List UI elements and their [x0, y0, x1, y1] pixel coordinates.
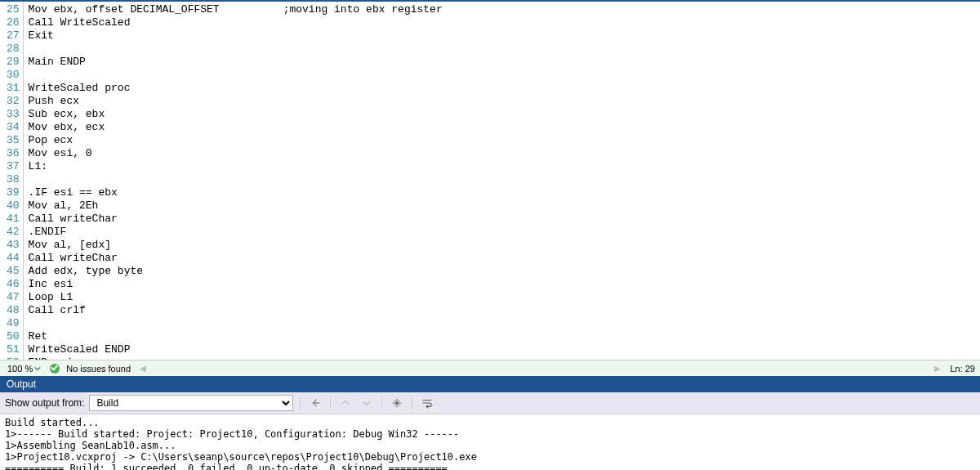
line-number: 29 — [7, 56, 20, 69]
code-line[interactable]: Main ENDP — [29, 56, 980, 69]
output-panel-header[interactable]: Output — [0, 376, 980, 392]
find-message-button[interactable] — [307, 396, 323, 410]
line-number: 42 — [7, 226, 20, 239]
word-wrap-icon — [421, 397, 433, 409]
code-line[interactable] — [29, 43, 980, 56]
code-line[interactable]: Mov ebx, offset DECIMAL_OFFSET ;moving i… — [29, 3, 980, 16]
toggle-word-wrap-button[interactable] — [419, 396, 435, 410]
line-number: 30 — [7, 69, 20, 82]
toolbar-separator — [330, 396, 331, 410]
prev-message-button[interactable] — [337, 396, 354, 410]
toolbar-separator — [381, 396, 382, 410]
code-line[interactable]: .ENDIF — [29, 226, 980, 239]
cursor-line-info: Ln: 29 — [950, 364, 975, 374]
chevron-down-icon — [34, 365, 41, 372]
show-output-from-label: Show output from: — [5, 397, 84, 409]
scroll-right-hint: ▶ — [932, 364, 943, 373]
next-message-button[interactable] — [359, 396, 375, 410]
code-editor[interactable]: 2526272829303132333435363738394041424344… — [0, 0, 980, 360]
code-line[interactable]: Mov al, [edx] — [29, 239, 980, 252]
line-number: 45 — [7, 265, 20, 278]
line-number: 35 — [7, 134, 20, 147]
line-number: 38 — [7, 173, 20, 186]
line-number-gutter: 2526272829303132333435363738394041424344… — [0, 2, 24, 360]
arrow-up-icon — [340, 397, 351, 409]
code-line[interactable]: L1: — [29, 160, 980, 173]
line-number: 34 — [7, 121, 20, 134]
line-number: 37 — [7, 160, 20, 173]
code-line[interactable] — [29, 173, 980, 186]
code-line[interactable]: Call writeChar — [29, 213, 980, 226]
line-number: 32 — [7, 95, 20, 108]
line-number: 50 — [7, 330, 20, 343]
zoom-dropdown[interactable]: 100 % — [5, 363, 43, 374]
code-line[interactable]: Push ecx — [29, 95, 980, 108]
code-line[interactable]: Sub ecx, ebx — [29, 108, 980, 121]
code-line[interactable] — [29, 69, 980, 82]
ide-window: 2526272829303132333435363738394041424344… — [0, 0, 980, 470]
line-number: 28 — [7, 43, 20, 56]
code-content[interactable]: Mov ebx, offset DECIMAL_OFFSET ;moving i… — [24, 2, 980, 360]
code-line[interactable]: .IF esi == ebx — [29, 186, 980, 199]
code-line[interactable]: WriteScaled ENDP — [29, 343, 980, 356]
toolbar-separator — [412, 396, 412, 410]
clear-all-button[interactable] — [389, 396, 405, 410]
line-number: 39 — [7, 186, 20, 199]
line-number: 25 — [7, 3, 20, 16]
arrow-down-icon — [361, 397, 372, 409]
code-line[interactable]: Exit — [29, 29, 980, 43]
code-line[interactable]: Call crlf — [29, 304, 980, 317]
scroll-left-hint: ◀ — [137, 364, 149, 373]
line-number: 44 — [7, 252, 20, 265]
toolbar-separator — [300, 396, 301, 410]
line-number: 46 — [7, 278, 20, 291]
issues-status[interactable]: No issues found — [66, 364, 131, 374]
code-line[interactable]: Inc esi — [29, 278, 980, 291]
line-number: 48 — [7, 304, 20, 317]
code-line[interactable]: WriteScaled proc — [29, 82, 980, 95]
code-line[interactable]: Loop L1 — [29, 291, 980, 304]
line-number: 27 — [7, 29, 20, 43]
zoom-level: 100 % — [7, 364, 33, 374]
code-line[interactable]: Mov al, 2Eh — [29, 199, 980, 213]
code-line[interactable]: Call writeChar — [29, 252, 980, 265]
output-text[interactable]: Build started... 1>------ Build started:… — [0, 414, 980, 470]
line-number: 31 — [7, 82, 20, 95]
line-number: 36 — [7, 147, 20, 160]
output-title: Output — [7, 378, 36, 390]
line-number: 49 — [7, 317, 20, 330]
code-line[interactable]: Add edx, type byte — [29, 265, 980, 278]
output-toolbar: Show output from: Build — [0, 392, 980, 414]
code-line[interactable]: Ret — [29, 330, 980, 343]
line-number: 26 — [7, 16, 20, 29]
code-line[interactable]: Mov esi, 0 — [29, 147, 980, 160]
editor-status-bar: 100 % No issues found ◀ ▶ Ln: 29 — [0, 360, 980, 376]
line-number: 40 — [7, 199, 20, 213]
output-source-select[interactable]: Build — [89, 395, 293, 411]
line-number: 51 — [7, 343, 20, 356]
code-line[interactable]: Pop ecx — [29, 134, 980, 147]
clear-icon — [391, 397, 403, 409]
line-number: 43 — [7, 239, 20, 252]
code-line[interactable] — [29, 317, 980, 330]
code-line[interactable]: Mov ebx, ecx — [29, 121, 980, 134]
arrow-left-icon — [310, 397, 321, 409]
line-number: 41 — [7, 213, 20, 226]
line-number: 47 — [7, 291, 20, 304]
check-icon — [50, 364, 60, 374]
line-number: 33 — [7, 108, 20, 121]
code-line[interactable]: Call WriteScaled — [29, 16, 980, 29]
